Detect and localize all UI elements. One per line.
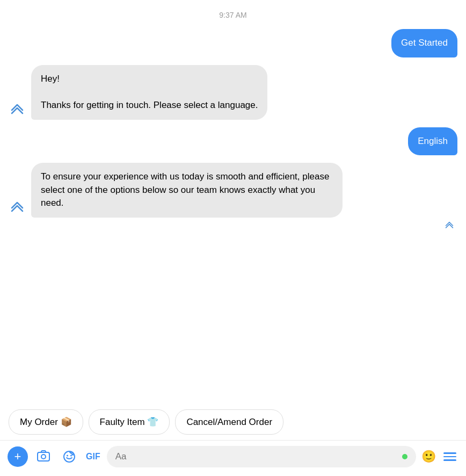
photo-button[interactable] (33, 446, 54, 467)
message-row: To ensure your experience with us today … (9, 163, 457, 218)
incoming-bubble: Hey!Thanks for getting in touch. Please … (31, 65, 267, 120)
menu-button[interactable] (441, 450, 458, 463)
outgoing-bubble: English (408, 127, 457, 156)
message-row: English (9, 127, 457, 156)
menu-line (443, 452, 456, 454)
svg-rect-0 (38, 452, 49, 461)
quick-reply-cancel-amend[interactable]: Cancel/Amend Order (175, 409, 283, 435)
gif-button[interactable]: GIF (85, 452, 101, 461)
svg-point-3 (67, 455, 68, 457)
read-receipt-icon (445, 221, 454, 230)
incoming-bubble: To ensure your experience with us today … (31, 163, 343, 218)
timestamp: 9:37 AM (9, 11, 457, 19)
sticker-icon (62, 450, 76, 464)
quick-reply-my-order[interactable]: My Order 📦 (9, 409, 83, 435)
emoji-icon: 🙂 (421, 450, 436, 463)
message-row: Get Started (9, 29, 457, 57)
menu-line (443, 456, 456, 458)
message-input[interactable] (115, 451, 398, 462)
input-bar: + GIF 🙂 (0, 440, 466, 476)
quick-replies-row: My Order 📦 Faulty Item 👕 Cancel/Amend Or… (0, 405, 466, 440)
online-indicator (402, 454, 407, 459)
chat-area: 9:37 AM Get Started Hey!Thanks for getti… (0, 0, 466, 405)
add-button[interactable]: + (8, 446, 28, 467)
svg-point-1 (41, 455, 46, 459)
photo-icon (37, 450, 50, 464)
bot-avatar-icon (9, 199, 26, 217)
quick-reply-faulty-item[interactable]: Faulty Item 👕 (89, 409, 170, 435)
emoji-button[interactable]: 🙂 (421, 450, 436, 464)
text-input-wrapper (107, 446, 416, 467)
svg-point-4 (70, 455, 72, 457)
bubble-text: Hey!Thanks for getting in touch. Please … (41, 74, 258, 110)
message-row: Hey!Thanks for getting in touch. Please … (9, 65, 457, 120)
outgoing-bubble: Get Started (391, 29, 457, 57)
bot-avatar-icon (9, 102, 26, 119)
menu-line (443, 459, 456, 461)
sticker-button[interactable] (59, 446, 79, 467)
